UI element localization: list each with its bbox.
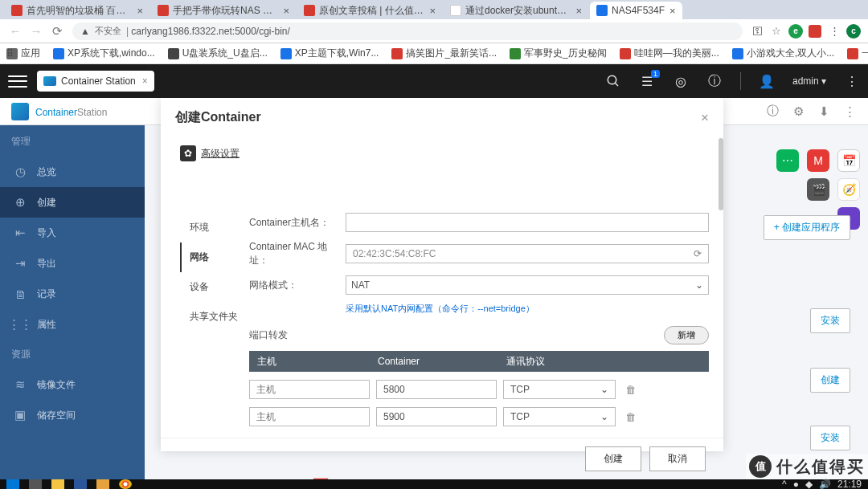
nav-network[interactable]: 网络 xyxy=(180,242,244,272)
bookmark-item[interactable]: XP主题下载,Win7... xyxy=(280,47,379,60)
forward-button[interactable]: → xyxy=(26,21,47,42)
nav-device[interactable]: 设备 xyxy=(180,272,244,302)
sidebar-item-export[interactable]: ⇥导出 xyxy=(0,248,145,279)
admin-label[interactable]: admin ▾ xyxy=(792,75,826,87)
close-icon[interactable]: × xyxy=(283,5,289,17)
hamburger-icon[interactable] xyxy=(8,71,27,91)
sidebar-item-import[interactable]: ⇤导入 xyxy=(0,218,145,248)
taskview-icon[interactable] xyxy=(29,479,42,489)
refresh-icon[interactable]: ⟳ xyxy=(694,248,702,259)
back-button[interactable]: ← xyxy=(5,21,26,42)
help-icon[interactable]: ⋮ xyxy=(842,104,857,119)
key-icon[interactable]: ⚿ xyxy=(750,24,764,39)
create-button[interactable]: 创建 xyxy=(585,446,641,471)
app-icon[interactable]: 📅 xyxy=(837,149,860,172)
bookmark-item[interactable]: 小游戏大全,双人小... xyxy=(732,47,834,60)
add-port-button[interactable]: 新增 xyxy=(664,326,709,344)
close-icon[interactable]: × xyxy=(701,110,709,126)
close-icon[interactable]: × xyxy=(429,5,436,17)
bookmarks-bar: ⠿应用 XP系统下载,windo... U盘装系统_U盘启... XP主题下载,… xyxy=(0,43,868,64)
host-port-input[interactable] xyxy=(249,407,370,426)
nav-env[interactable]: 环境 xyxy=(180,213,244,242)
tray-icon[interactable]: 🔊 xyxy=(819,479,831,489)
ext-icon[interactable] xyxy=(808,24,822,39)
close-icon[interactable]: × xyxy=(142,75,148,87)
install-button[interactable]: 安装 xyxy=(810,308,850,333)
bookmark-item[interactable]: XP系统下载,windo... xyxy=(53,47,155,60)
host-port-input[interactable] xyxy=(249,380,370,399)
bookmark-item[interactable]: 搞笑图片_最新笑话... xyxy=(391,47,497,60)
advanced-settings-toggle[interactable]: ✿ 高级设置 xyxy=(180,145,704,161)
clock[interactable]: 21:19 xyxy=(837,479,862,489)
close-icon[interactable]: × xyxy=(669,5,676,17)
modal-form: Container主机名： Container MAC 地址： 02:42:3C… xyxy=(244,173,709,438)
browser-tab[interactable]: 首先明智的垃圾桶 百度云_值得...× xyxy=(5,2,149,19)
close-icon[interactable]: × xyxy=(137,5,143,17)
search-icon[interactable] xyxy=(605,73,621,89)
dashboard-icon[interactable]: ◎ xyxy=(673,73,689,89)
container-port-input[interactable] xyxy=(376,380,497,399)
app-icon[interactable]: M xyxy=(807,149,829,172)
protocol-select[interactable]: TCP⌄ xyxy=(503,407,616,426)
port-forward-label: 端口转发 xyxy=(249,328,288,342)
reload-button[interactable]: ⟳ xyxy=(47,21,68,42)
browser-tab[interactable]: 原创文章投稿 | 什么值得买× xyxy=(297,2,442,19)
explorer-icon[interactable] xyxy=(51,479,64,489)
star-icon[interactable]: ☆ xyxy=(769,24,784,39)
hostname-input[interactable] xyxy=(346,213,709,232)
start-icon[interactable] xyxy=(6,479,19,489)
address-bar[interactable]: ▲ 不安全 | carlyang1986.f3322.net:5000/cgi-… xyxy=(72,22,743,40)
tray-icon[interactable]: ● xyxy=(793,479,799,489)
folder-icon[interactable] xyxy=(96,479,109,489)
profile-icon[interactable]: c xyxy=(846,24,861,39)
container-station-app: ContainerStation ⓘ ⚙ ⬇ ⋮ 管理 ◷总览 ⊕创建 ⇤导入 … xyxy=(0,98,868,489)
menu-icon[interactable]: ⋮ xyxy=(827,24,841,39)
info-icon[interactable]: ⓘ xyxy=(706,73,723,89)
download-icon[interactable]: ⬇ xyxy=(817,104,831,119)
chevron-down-icon: ⌄ xyxy=(600,411,608,422)
sidebar-item-images[interactable]: ≋镜像文件 xyxy=(0,369,145,400)
create-button[interactable]: 创建 xyxy=(810,368,850,393)
chrome-icon[interactable] xyxy=(119,479,132,489)
ext-icon[interactable]: e xyxy=(788,24,803,39)
install-button[interactable]: 安装 xyxy=(810,426,850,450)
app-icon[interactable]: 🎬 xyxy=(807,178,829,201)
bookmark-item[interactable]: 军事野史_历史秘闻 xyxy=(510,47,607,60)
protocol-select[interactable]: TCP⌄ xyxy=(503,380,616,399)
watermark-text: 什么值得买 xyxy=(776,456,865,478)
settings-icon[interactable]: ⚙ xyxy=(791,104,805,119)
tray-icon[interactable]: ^ xyxy=(782,479,787,489)
sidebar-item-preferences[interactable]: ⋮⋮属性 xyxy=(0,309,145,340)
tray-icon[interactable]: ◆ xyxy=(805,479,813,489)
plus-circle-icon: ⊕ xyxy=(13,195,27,210)
apps-button[interactable]: ⠿应用 xyxy=(6,47,40,60)
close-icon[interactable]: × xyxy=(575,5,582,17)
iot-icon[interactable]: ⓘ xyxy=(765,104,780,119)
browser-tab-active[interactable]: NAS4F534F× xyxy=(590,2,682,19)
bookmark-item[interactable]: 哇哇网—我的美丽... xyxy=(620,47,719,60)
cancel-button[interactable]: 取消 xyxy=(649,446,706,471)
container-port-input[interactable] xyxy=(376,407,497,426)
browser-tab[interactable]: 通过docker安装ubuntu使用...× xyxy=(444,2,588,19)
sidebar-item-overview[interactable]: ◷总览 xyxy=(0,157,145,187)
create-application-button[interactable]: + 创建应用程序 xyxy=(764,215,850,240)
word-icon[interactable] xyxy=(74,479,87,489)
delete-icon[interactable]: 🗑 xyxy=(625,411,636,423)
sidebar-item-create[interactable]: ⊕创建 xyxy=(0,187,145,218)
user-icon[interactable]: 👤 xyxy=(759,73,775,89)
app-icon[interactable]: ⋯ xyxy=(776,149,799,172)
delete-icon[interactable]: 🗑 xyxy=(625,384,636,396)
modal-scrollbar[interactable] xyxy=(717,138,723,395)
app-icon[interactable]: 🧭 xyxy=(837,178,860,201)
sidebar-item-volumes[interactable]: ▣储存空间 xyxy=(0,400,145,430)
more-icon[interactable]: ⋮ xyxy=(844,73,860,89)
bookmark-item[interactable]: 一键重装系统_一键... xyxy=(847,47,868,60)
sidebar-item-logs[interactable]: 🗎记录 xyxy=(0,279,145,309)
mac-input[interactable]: 02:42:3C:54:C8:FC ⟳ xyxy=(346,244,709,263)
tasks-icon[interactable]: ☰1 xyxy=(639,73,655,89)
bookmark-item[interactable]: U盘装系统_U盘启... xyxy=(168,47,268,60)
browser-tab[interactable]: 手把手带你玩转NAS 首二十...× xyxy=(151,2,296,19)
nav-shared-folder[interactable]: 共享文件夹 xyxy=(180,302,244,332)
network-mode-select[interactable]: NAT⌄ xyxy=(346,275,709,295)
qnap-app-tab[interactable]: Container Station × xyxy=(37,71,154,92)
